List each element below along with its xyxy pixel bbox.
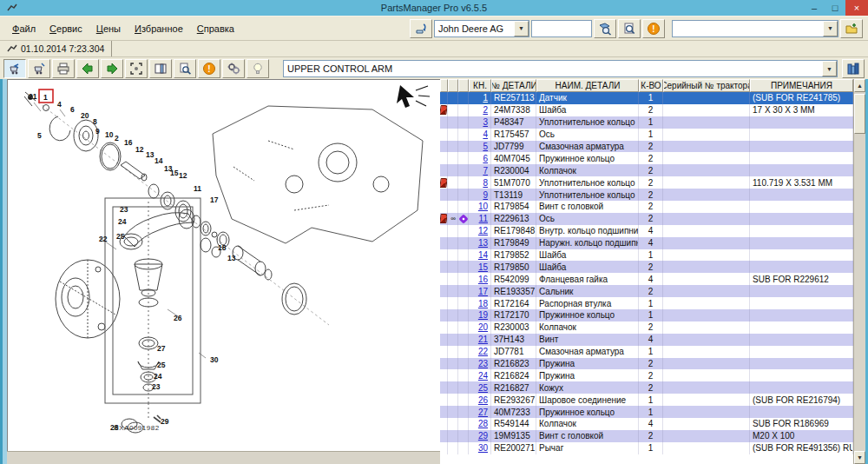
diagram-callout[interactable]: 5 [37, 131, 42, 140]
table-row[interactable]: ∞11R229613Ось2 [440, 213, 853, 225]
part-callout-link[interactable]: 30 [478, 443, 488, 453]
table-row[interactable]: 28R549144Колпачок4SUB FOR R186969 [440, 418, 853, 430]
diagram-callout[interactable]: 1 [43, 93, 48, 102]
part-callout-link[interactable]: 21 [478, 335, 488, 344]
alert-icon[interactable]: ! [642, 19, 665, 38]
part-callout-link[interactable]: 26 [478, 395, 488, 405]
part-callout-link[interactable]: 13 [478, 238, 488, 248]
table-row[interactable]: 23R216823Пружина2 [440, 358, 853, 370]
prev-arrow-icon[interactable] [76, 59, 99, 78]
col-part[interactable]: № ДЕТАЛИ [491, 79, 536, 92]
quick-combo[interactable]: ▼ [672, 20, 838, 37]
maximize-button[interactable]: □ [825, 0, 845, 16]
table-row[interactable]: 640M7045Пружинное кольцо2 [440, 152, 853, 164]
catalog-panel-icon[interactable] [842, 59, 865, 78]
add-favorite-icon[interactable] [840, 19, 863, 38]
diagram-callout[interactable]: 27 [157, 344, 166, 353]
table-row[interactable]: 9T13119Уплотнительное кольцо2 [440, 189, 853, 201]
close-button[interactable]: × [845, 0, 868, 16]
minimize-button[interactable]: – [804, 0, 825, 16]
diagram-callout[interactable]: 25 [157, 361, 166, 369]
pick-list-back-icon[interactable] [3, 59, 26, 78]
doc-search-icon[interactable] [618, 19, 641, 38]
table-row[interactable]: 12RE179848Внутр. кольцо подшипника4 [440, 225, 853, 237]
table-vscrollbar[interactable]: ▲ ▼ [853, 79, 865, 464]
table-row[interactable]: 7R230004Колпачок2 [440, 164, 853, 176]
table-row[interactable]: 17RE193357Сальник2 [440, 285, 853, 297]
diagram-callout[interactable]: 23 [152, 382, 161, 391]
table-row[interactable]: 26RE293267Шаровое соединение1(SUB FOR RE… [440, 394, 853, 406]
table-row[interactable]: 16R542099Фланцевая гайка4SUB FOR R229612 [440, 273, 853, 285]
part-callout-link[interactable]: 10 [478, 202, 488, 211]
part-callout-link[interactable]: 19 [478, 310, 488, 320]
part-callout-link[interactable]: 11 [479, 214, 488, 223]
col-icon-b[interactable] [448, 79, 458, 92]
part-callout-link[interactable]: 3 [483, 117, 488, 127]
col-kn[interactable]: КН. [469, 79, 491, 92]
diagram-callout[interactable]: 22 [99, 235, 108, 243]
scroll-thumb[interactable] [854, 94, 865, 134]
brand-select[interactable]: John Deere AG ▼ [434, 20, 529, 37]
session-tab[interactable]: 01.10.2014 7:23.304 [0, 41, 112, 56]
diagram-callout[interactable]: 15 [170, 169, 179, 177]
pick-list-icon[interactable] [28, 59, 50, 78]
part-callout-link[interactable]: 16 [478, 275, 488, 284]
table-row[interactable]: 2919M9135Винт с головкой2M20 X 100 [440, 430, 853, 442]
scroll-up-icon[interactable]: ▲ [854, 79, 865, 92]
scroll-down-icon[interactable]: ▼ [854, 451, 865, 464]
part-callout-link[interactable]: 20 [478, 322, 488, 332]
zoom-icon[interactable] [174, 59, 196, 78]
settings-icon[interactable] [222, 59, 245, 78]
diagram-callout[interactable]: 24 [154, 372, 162, 381]
diagram-callout[interactable]: 11 [194, 184, 201, 193]
diagram-callout[interactable]: 16 [124, 138, 133, 147]
table-row[interactable]: 25R216827Кожух2 [440, 381, 853, 394]
chevron-down-icon[interactable]: ▼ [822, 61, 837, 76]
diagram-callout[interactable]: 24 [118, 217, 127, 226]
part-callout-link[interactable]: 14 [478, 250, 488, 260]
menu-item-5[interactable]: Справка [190, 22, 241, 36]
diagram-callout[interactable]: 25 [116, 232, 125, 241]
part-callout-link[interactable]: 12 [478, 226, 488, 235]
chevron-down-icon[interactable]: ▼ [514, 21, 529, 36]
part-callout-link[interactable]: 2 [483, 105, 488, 115]
load-model-icon[interactable] [410, 19, 432, 38]
diagram-canvas[interactable]: 2114562089102161213141315121117181322232… [7, 79, 442, 452]
part-callout-link[interactable]: 6 [483, 154, 488, 163]
tip-icon[interactable] [247, 59, 269, 78]
part-search-input[interactable] [531, 20, 592, 37]
table-row[interactable]: 24R216824Пружина2 [440, 369, 853, 381]
part-callout-link[interactable]: 18 [478, 299, 488, 308]
diagram-callout[interactable]: 14 [155, 156, 163, 165]
diagram-callout[interactable]: 30 [210, 355, 219, 364]
part-search-icon[interactable] [594, 19, 616, 38]
part-callout-link[interactable]: 22 [478, 347, 488, 356]
table-row[interactable]: 19R172170Пружинное кольцо1 [440, 309, 853, 321]
col-icon-a[interactable] [440, 79, 448, 92]
chevron-down-icon[interactable]: ▼ [823, 21, 838, 36]
table-row[interactable]: 10R179854Винт с головкой2 [440, 201, 853, 213]
split-view-icon[interactable] [149, 59, 172, 78]
diagram-callout[interactable]: 10 [105, 130, 114, 139]
table-row[interactable]: 30RE200271Рычаг1(SUB FOR RE491356) RU [440, 442, 853, 454]
diagram-callout[interactable]: 9 [95, 127, 100, 136]
table-row[interactable]: 224M7338Шайба217 X 30 X 3 ММ [440, 104, 853, 116]
diagram-callout[interactable]: 21 [29, 92, 37, 101]
diagram-callout[interactable]: 8 [93, 117, 97, 126]
col-notes[interactable]: ПРИМЕЧАНИЯ [750, 79, 853, 92]
part-callout-link[interactable]: 1 [483, 93, 488, 103]
part-callout-link[interactable]: 24 [478, 371, 488, 381]
diagram-callout[interactable]: 2 [115, 134, 119, 143]
section-combo[interactable]: UPPER CONTROL ARM ▼ [283, 60, 838, 77]
table-row[interactable]: 18R172164Распорная втулка1 [440, 297, 853, 309]
menu-item-3[interactable]: Цены [89, 22, 128, 36]
part-callout-link[interactable]: 8 [483, 178, 488, 188]
diagram-callout[interactable]: 4 [57, 100, 62, 109]
part-callout-link[interactable]: 27 [478, 408, 488, 417]
table-row[interactable]: 3P48347Уплотнительное кольцо1 [440, 116, 853, 129]
part-callout-link[interactable]: 29 [478, 431, 488, 441]
diagram-callout[interactable]: 29 [161, 417, 169, 426]
diagram-callout[interactable]: 23 [120, 205, 128, 214]
part-callout-link[interactable]: 17 [478, 287, 488, 296]
part-callout-link[interactable]: 15 [478, 262, 488, 272]
